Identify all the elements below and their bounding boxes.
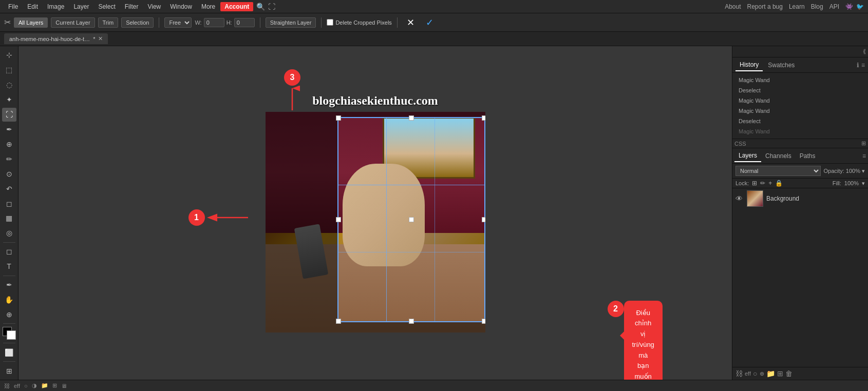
menu-account[interactable]: Account: [220, 2, 253, 11]
api-link[interactable]: API: [829, 3, 839, 10]
history-item[interactable]: Deselect: [732, 85, 868, 95]
shape-tool[interactable]: ◻: [2, 245, 16, 259]
confirm-btn[interactable]: ✓: [422, 15, 438, 30]
blend-mode-select[interactable]: Normal: [735, 166, 821, 176]
blur-tool[interactable]: ◎: [2, 226, 16, 240]
history-item-greyed[interactable]: Magic Wand: [732, 126, 868, 136]
learn-link[interactable]: Learn: [789, 3, 805, 10]
layer-item-background[interactable]: 👁 Background: [732, 188, 868, 209]
report-bug-link[interactable]: Report a bug: [747, 3, 783, 10]
menu-select[interactable]: Select: [94, 2, 119, 11]
handle-tc[interactable]: [409, 115, 414, 121]
zoom-tool[interactable]: ⊕: [2, 307, 16, 321]
add-adjustment-icon[interactable]: ⊕: [760, 370, 764, 377]
clone-tool[interactable]: ⊙: [2, 167, 16, 181]
layers-menu-icon[interactable]: ≡: [862, 152, 866, 160]
opacity-dropdown-icon[interactable]: ▾: [862, 168, 865, 174]
healing-tool[interactable]: ⊕: [2, 137, 16, 151]
new-group-icon[interactable]: 📁: [766, 369, 775, 378]
handle-tr[interactable]: [482, 115, 485, 121]
lock-position-icon[interactable]: +: [768, 180, 772, 187]
handle-bl[interactable]: [336, 319, 341, 324]
add-mask-icon[interactable]: ○: [753, 369, 757, 378]
paths-tab-btn[interactable]: Paths: [796, 150, 820, 162]
panel-collapse-icon[interactable]: ⟪: [863, 48, 866, 55]
selection-btn[interactable]: Selection: [121, 17, 154, 28]
hand-tool[interactable]: ✋: [2, 292, 16, 306]
fill-dropdown-icon[interactable]: ▾: [862, 180, 865, 187]
new-layer-icon[interactable]: ⊞: [777, 369, 783, 378]
current-layer-btn[interactable]: Current Layer: [51, 17, 95, 28]
h-input[interactable]: [234, 18, 255, 27]
all-layers-btn[interactable]: All Layers: [14, 17, 48, 28]
text-tool[interactable]: T: [2, 260, 16, 273]
link-layers-icon[interactable]: ⛓: [735, 369, 743, 378]
channels-tab-btn[interactable]: Channels: [761, 150, 796, 162]
add-style-icon[interactable]: eff: [745, 370, 751, 377]
lasso-tool[interactable]: ◌: [2, 78, 16, 92]
close-tab-btn[interactable]: ✕: [98, 35, 103, 42]
ratio-select[interactable]: Free: [164, 17, 192, 28]
toolbar-sep: [3, 242, 15, 243]
history-item[interactable]: Magic Wand: [732, 75, 868, 85]
view-mode-btn[interactable]: ⊞: [2, 364, 16, 378]
menu-file[interactable]: File: [4, 2, 22, 11]
document-tab[interactable]: anh-meme-meo-hai-huoc-de-t… * ✕: [4, 33, 108, 44]
history-item[interactable]: Deselect: [732, 116, 868, 126]
history-tab-btn[interactable]: History: [735, 59, 763, 71]
panel-adjust-icon[interactable]: ⊞: [861, 140, 866, 147]
brush-tool[interactable]: ✏: [2, 152, 16, 166]
menu-view[interactable]: View: [143, 2, 165, 11]
delete-layer-icon[interactable]: 🗑: [785, 369, 792, 378]
history-brush[interactable]: ↶: [2, 182, 16, 196]
move-tool[interactable]: ⊹: [2, 48, 16, 62]
reddit-icon[interactable]: 👾: [845, 3, 853, 10]
about-link[interactable]: About: [725, 3, 741, 10]
swatches-tab-btn[interactable]: Swatches: [764, 59, 799, 71]
panel-css-icon[interactable]: CSS: [734, 141, 746, 147]
crop-tool[interactable]: ⛶: [2, 108, 16, 122]
lock-all-icon[interactable]: 🔒: [775, 180, 783, 187]
cancel-btn[interactable]: ✕: [403, 15, 419, 30]
delete-pixels-checkbox[interactable]: [327, 19, 333, 26]
menu-edit[interactable]: Edit: [23, 2, 42, 11]
selection-tool[interactable]: ⬚: [2, 63, 16, 77]
history-item[interactable]: Magic Wand: [732, 95, 868, 106]
handle-bc[interactable]: [409, 319, 414, 324]
color-swatches[interactable]: [3, 327, 16, 340]
trim-btn[interactable]: Trim: [98, 17, 119, 28]
panel-actions: ℹ ≡: [857, 62, 865, 69]
search-icon[interactable]: 🔍: [256, 3, 265, 11]
lock-transparent-icon[interactable]: ⊞: [752, 180, 757, 187]
handle-mr[interactable]: [482, 217, 485, 222]
straighten-btn[interactable]: Straighten Layer: [266, 17, 316, 28]
menu-layer[interactable]: Layer: [69, 2, 93, 11]
menu-window[interactable]: Window: [166, 2, 196, 11]
handle-ml[interactable]: [336, 217, 341, 222]
panel-settings-icon[interactable]: ≡: [861, 62, 865, 69]
w-input[interactable]: [204, 18, 224, 27]
pen-tool[interactable]: ✒: [2, 278, 16, 292]
magic-wand-tool[interactable]: ✦: [2, 93, 16, 107]
blog-link[interactable]: Blog: [811, 3, 823, 10]
fullscreen-icon[interactable]: ⛶: [268, 3, 275, 11]
eraser-tool[interactable]: ◻: [2, 197, 16, 210]
menu-filter[interactable]: Filter: [121, 2, 143, 11]
eyedropper-tool[interactable]: ✒: [2, 123, 16, 136]
layers-tab-btn[interactable]: Layers: [734, 150, 761, 162]
twitter-icon[interactable]: 🐦: [856, 3, 864, 10]
gradient-tool[interactable]: ▦: [2, 211, 16, 225]
panel-info-icon[interactable]: ℹ: [857, 62, 859, 69]
opacity-value[interactable]: 100%: [846, 168, 860, 174]
crop-box[interactable]: [337, 117, 485, 322]
quick-mask-tool[interactable]: ⬜: [2, 345, 16, 359]
fill-value[interactable]: 100%: [844, 180, 859, 186]
history-item[interactable]: Magic Wand: [732, 106, 868, 116]
lock-image-icon[interactable]: ✏: [760, 180, 765, 187]
handle-mc[interactable]: [409, 217, 414, 222]
menu-image[interactable]: Image: [43, 2, 68, 11]
menu-more[interactable]: More: [197, 2, 219, 11]
handle-tl[interactable]: [336, 115, 341, 121]
handle-br[interactable]: [482, 319, 485, 324]
layer-visibility-icon[interactable]: 👁: [735, 194, 743, 203]
